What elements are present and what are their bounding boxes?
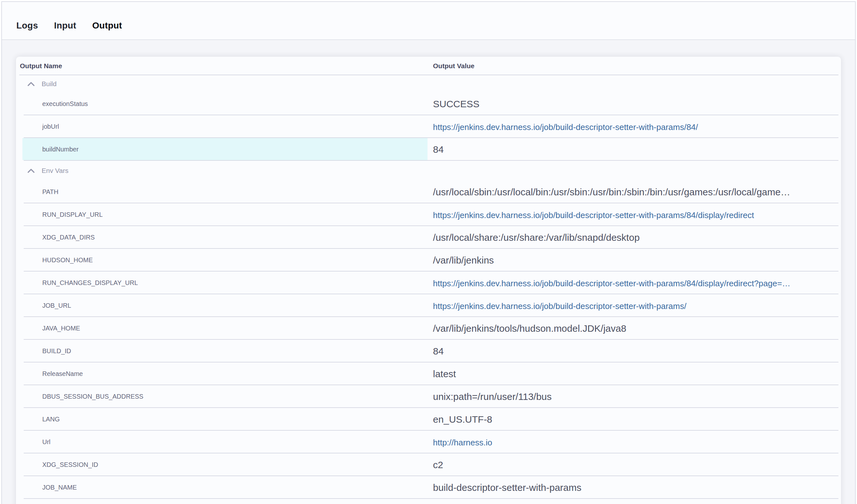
output-value-cell: c2 <box>429 459 841 470</box>
output-value-cell: /var/lib/jenkins/tools/hudson.model.JDK/… <box>429 323 841 334</box>
section-header-build[interactable]: Build <box>16 75 841 93</box>
table-row[interactable]: ReleaseNamelatest <box>16 363 841 385</box>
output-value-cell: SUCCESS <box>429 99 841 110</box>
table-row[interactable]: executionStatusSUCCESS <box>16 93 841 115</box>
output-value-link[interactable]: https://jenkins.dev.harness.io/job/build… <box>433 122 698 132</box>
output-name-cell: JOB_URL <box>16 302 429 309</box>
output-name-cell: RUN_DISPLAY_URL <box>16 211 429 218</box>
output-value-text: 84 <box>433 346 443 356</box>
step-details-panel: LogsInputOutput Output Name Output Value… <box>1 1 856 504</box>
output-value-cell: /var/lib/jenkins <box>429 255 841 266</box>
section-label: Env Vars <box>41 167 69 174</box>
output-name-cell: JOB_NAME <box>16 484 429 491</box>
output-value-cell: build-descriptor-setter-with-params <box>429 482 841 493</box>
output-value-text: c2 <box>433 459 443 470</box>
output-value-text: 84 <box>433 144 443 155</box>
table-body: BuildexecutionStatusSUCCESSjobUrlhttps:/… <box>16 75 841 499</box>
output-value-cell: /usr/local/share:/usr/share:/var/lib/sna… <box>429 232 841 243</box>
output-value-cell: /usr/local/sbin:/usr/local/bin:/usr/sbin… <box>429 187 841 198</box>
output-value-text: unix:path=/run/user/113/bus <box>433 391 552 402</box>
output-value-cell: https://jenkins.dev.harness.io/job/build… <box>429 209 841 220</box>
output-name-cell: jobUrl <box>16 123 429 130</box>
table-row[interactable]: BUILD_ID84 <box>16 340 841 363</box>
output-value-text: latest <box>433 369 456 379</box>
column-header-output-name: Output Name <box>16 62 429 70</box>
table-row[interactable]: LANGen_US.UTF-8 <box>16 408 841 431</box>
tab-input[interactable]: Input <box>54 12 76 39</box>
table-row[interactable]: DBUS_SESSION_BUS_ADDRESSunix:path=/run/u… <box>16 385 841 408</box>
output-value-text: en_US.UTF-8 <box>433 414 492 424</box>
output-value-link[interactable]: http://harness.io <box>433 438 492 447</box>
tab-logs[interactable]: Logs <box>16 12 38 39</box>
chevron-up-icon[interactable] <box>27 168 35 173</box>
tab-output[interactable]: Output <box>92 12 122 39</box>
output-value-text: /usr/local/share:/usr/share:/var/lib/sna… <box>433 232 640 243</box>
table-row[interactable]: HUDSON_HOME/var/lib/jenkins <box>16 249 841 271</box>
output-value-cell: https://jenkins.dev.harness.io/job/build… <box>429 121 841 132</box>
output-name-cell: RUN_CHANGES_DISPLAY_URL <box>16 279 429 287</box>
output-value-link[interactable]: https://jenkins.dev.harness.io/job/build… <box>433 301 686 311</box>
output-value-link[interactable]: https://jenkins.dev.harness.io/job/build… <box>433 279 790 288</box>
table-row[interactable]: JOB_NAMEbuild-descriptor-setter-with-par… <box>16 476 841 499</box>
output-name-cell: JAVA_HOME <box>16 325 429 332</box>
table-row[interactable]: PATH/usr/local/sbin:/usr/local/bin:/usr/… <box>16 181 841 203</box>
tab-content: Output Name Output Value BuildexecutionS… <box>2 41 855 504</box>
table-row[interactable]: JOB_URLhttps://jenkins.dev.harness.io/jo… <box>16 294 841 317</box>
output-value-text: /var/lib/jenkins <box>433 255 494 266</box>
output-name-cell: DBUS_SESSION_BUS_ADDRESS <box>16 393 429 400</box>
table-row[interactable]: XDG_SESSION_IDc2 <box>16 453 841 476</box>
chevron-up-icon[interactable] <box>27 81 35 86</box>
table-row[interactable]: buildNumber84 <box>16 138 841 161</box>
output-name-cell: BUILD_ID <box>16 348 429 355</box>
section-label: Build <box>41 80 57 88</box>
table-row[interactable]: JAVA_HOME/var/lib/jenkins/tools/hudson.m… <box>16 317 841 340</box>
output-value-cell: https://jenkins.dev.harness.io/job/build… <box>429 278 841 288</box>
output-value-text: /usr/local/sbin:/usr/local/bin:/usr/sbin… <box>433 187 790 197</box>
output-name-cell: XDG_SESSION_ID <box>16 461 429 468</box>
tab-bar: LogsInputOutput <box>2 2 855 40</box>
output-name-cell: ReleaseName <box>16 370 429 377</box>
output-value-cell: http://harness.io <box>429 437 841 448</box>
table-row[interactable]: XDG_DATA_DIRS/usr/local/share:/usr/share… <box>16 226 841 249</box>
output-name-cell: HUDSON_HOME <box>16 256 429 264</box>
table-header-row: Output Name Output Value <box>16 57 841 75</box>
output-name-cell: Url <box>16 438 429 446</box>
output-name-cell: PATH <box>16 188 429 196</box>
output-value-text: build-descriptor-setter-with-params <box>433 482 581 493</box>
output-value-cell: en_US.UTF-8 <box>429 414 841 425</box>
output-name-cell: XDG_DATA_DIRS <box>16 234 429 241</box>
output-value-cell: latest <box>429 369 841 380</box>
table-row[interactable]: jobUrlhttps://jenkins.dev.harness.io/job… <box>16 115 841 138</box>
output-name-cell: executionStatus <box>16 100 429 107</box>
output-value-link[interactable]: https://jenkins.dev.harness.io/job/build… <box>433 211 754 220</box>
table-row[interactable]: Urlhttp://harness.io <box>16 431 841 453</box>
output-name-cell: buildNumber <box>16 146 429 153</box>
table-row[interactable]: RUN_CHANGES_DISPLAY_URLhttps://jenkins.d… <box>16 271 841 294</box>
output-value-cell: https://jenkins.dev.harness.io/job/build… <box>429 300 841 311</box>
output-table-card: Output Name Output Value BuildexecutionS… <box>16 57 841 504</box>
output-value-text: SUCCESS <box>433 99 480 109</box>
output-value-cell: 84 <box>429 144 841 155</box>
output-name-cell: LANG <box>16 416 429 423</box>
output-value-text: /var/lib/jenkins/tools/hudson.model.JDK/… <box>433 323 626 334</box>
output-value-cell: unix:path=/run/user/113/bus <box>429 391 841 402</box>
section-header-env-vars[interactable]: Env Vars <box>16 161 841 181</box>
column-header-output-value: Output Value <box>429 62 841 70</box>
output-value-cell: 84 <box>429 346 841 357</box>
table-row[interactable]: RUN_DISPLAY_URLhttps://jenkins.dev.harne… <box>16 203 841 226</box>
